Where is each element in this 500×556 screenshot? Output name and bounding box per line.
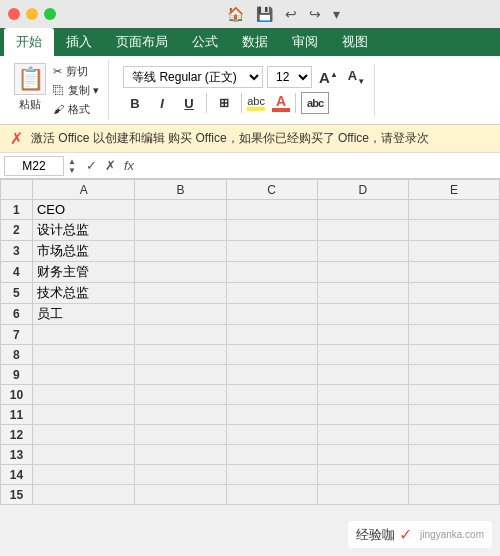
redo-icon[interactable]: ↪: [309, 6, 321, 22]
cell-3-C[interactable]: [226, 241, 317, 262]
cell-13-D[interactable]: [317, 445, 408, 465]
cell-6-A[interactable]: 员工: [32, 304, 135, 325]
cell-ref-arrows[interactable]: ▲▼: [68, 157, 76, 175]
col-header-a[interactable]: A: [32, 180, 135, 200]
paste-button[interactable]: 📋 粘贴: [14, 63, 46, 112]
tab-data[interactable]: 数据: [230, 28, 280, 56]
home-icon[interactable]: 🏠: [227, 6, 244, 22]
cell-9-E[interactable]: [408, 365, 499, 385]
cell-13-B[interactable]: [135, 445, 226, 465]
font-size-decrease-button[interactable]: A▼: [345, 68, 368, 86]
cell-2-D[interactable]: [317, 220, 408, 241]
cell-15-C[interactable]: [226, 485, 317, 505]
cell-15-A[interactable]: [32, 485, 135, 505]
font-size-increase-button[interactable]: A▲: [316, 69, 341, 86]
cell-3-D[interactable]: [317, 241, 408, 262]
cell-13-C[interactable]: [226, 445, 317, 465]
cell-reference-box[interactable]: M22: [4, 156, 64, 176]
cell-3-A[interactable]: 市场总监: [32, 241, 135, 262]
cell-10-A[interactable]: [32, 385, 135, 405]
row-header-13[interactable]: 13: [1, 445, 33, 465]
cell-7-C[interactable]: [226, 325, 317, 345]
row-header-2[interactable]: 2: [1, 220, 33, 241]
fill-color-button[interactable]: abc: [247, 95, 265, 111]
cell-8-C[interactable]: [226, 345, 317, 365]
cell-5-B[interactable]: [135, 283, 226, 304]
row-header-15[interactable]: 15: [1, 485, 33, 505]
row-header-12[interactable]: 12: [1, 425, 33, 445]
row-header-4[interactable]: 4: [1, 262, 33, 283]
tab-view[interactable]: 视图: [330, 28, 380, 56]
formula-cross-icon[interactable]: ✗: [105, 158, 116, 173]
cell-11-A[interactable]: [32, 405, 135, 425]
cell-6-D[interactable]: [317, 304, 408, 325]
cell-1-C[interactable]: [226, 200, 317, 220]
font-family-select[interactable]: 等线 Regular (正文): [123, 66, 263, 88]
bold-button[interactable]: B: [123, 92, 147, 114]
tab-formula[interactable]: 公式: [180, 28, 230, 56]
cell-8-E[interactable]: [408, 345, 499, 365]
cell-6-E[interactable]: [408, 304, 499, 325]
save-icon[interactable]: 💾: [256, 6, 273, 22]
cell-7-B[interactable]: [135, 325, 226, 345]
tab-insert[interactable]: 插入: [54, 28, 104, 56]
copy-button[interactable]: ⿻ 复制 ▾: [50, 82, 102, 99]
cell-7-A[interactable]: [32, 325, 135, 345]
close-button[interactable]: [8, 8, 20, 20]
cell-12-B[interactable]: [135, 425, 226, 445]
abc-format-button[interactable]: abc: [301, 92, 329, 114]
cell-12-E[interactable]: [408, 425, 499, 445]
cell-13-E[interactable]: [408, 445, 499, 465]
cell-5-E[interactable]: [408, 283, 499, 304]
font-color-button[interactable]: A: [272, 94, 290, 112]
cell-14-A[interactable]: [32, 465, 135, 485]
cell-4-A[interactable]: 财务主管: [32, 262, 135, 283]
cell-11-D[interactable]: [317, 405, 408, 425]
row-header-14[interactable]: 14: [1, 465, 33, 485]
cell-15-B[interactable]: [135, 485, 226, 505]
cut-button[interactable]: ✂ 剪切: [50, 63, 102, 80]
border-button[interactable]: ⊞: [212, 92, 236, 114]
undo-icon[interactable]: ↩: [285, 6, 297, 22]
cell-10-B[interactable]: [135, 385, 226, 405]
cell-14-B[interactable]: [135, 465, 226, 485]
row-header-11[interactable]: 11: [1, 405, 33, 425]
cell-2-E[interactable]: [408, 220, 499, 241]
cell-8-A[interactable]: [32, 345, 135, 365]
format-button[interactable]: 🖌 格式: [50, 101, 102, 118]
cell-9-D[interactable]: [317, 365, 408, 385]
row-header-8[interactable]: 8: [1, 345, 33, 365]
row-header-5[interactable]: 5: [1, 283, 33, 304]
cell-4-D[interactable]: [317, 262, 408, 283]
cell-8-B[interactable]: [135, 345, 226, 365]
font-size-select[interactable]: 12: [267, 66, 312, 88]
row-header-7[interactable]: 7: [1, 325, 33, 345]
cell-12-D[interactable]: [317, 425, 408, 445]
cell-12-A[interactable]: [32, 425, 135, 445]
more-icon[interactable]: ▾: [333, 6, 340, 22]
underline-button[interactable]: U: [177, 92, 201, 114]
cell-7-E[interactable]: [408, 325, 499, 345]
tab-page-layout[interactable]: 页面布局: [104, 28, 180, 56]
cell-12-C[interactable]: [226, 425, 317, 445]
cell-1-B[interactable]: [135, 200, 226, 220]
cell-14-E[interactable]: [408, 465, 499, 485]
row-header-9[interactable]: 9: [1, 365, 33, 385]
cell-4-C[interactable]: [226, 262, 317, 283]
cell-11-E[interactable]: [408, 405, 499, 425]
row-header-3[interactable]: 3: [1, 241, 33, 262]
formula-input[interactable]: [144, 159, 496, 173]
row-header-10[interactable]: 10: [1, 385, 33, 405]
cell-11-C[interactable]: [226, 405, 317, 425]
cell-13-A[interactable]: [32, 445, 135, 465]
col-header-e[interactable]: E: [408, 180, 499, 200]
cell-2-C[interactable]: [226, 220, 317, 241]
cell-4-E[interactable]: [408, 262, 499, 283]
minimize-button[interactable]: [26, 8, 38, 20]
cell-3-B[interactable]: [135, 241, 226, 262]
cell-6-C[interactable]: [226, 304, 317, 325]
cell-14-C[interactable]: [226, 465, 317, 485]
cell-14-D[interactable]: [317, 465, 408, 485]
cell-3-E[interactable]: [408, 241, 499, 262]
cell-9-C[interactable]: [226, 365, 317, 385]
